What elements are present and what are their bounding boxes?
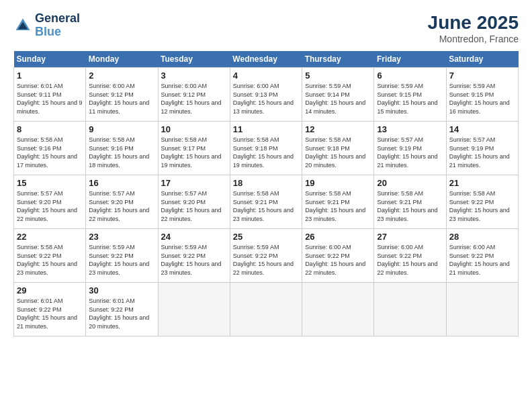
day-info: Sunrise: 5:59 AM Sunset: 9:14 PM Dayligh… (305, 82, 371, 116)
logo-line2: Blue (35, 26, 80, 39)
day-number: 25 (233, 232, 299, 242)
calendar-day: 2 Sunrise: 6:00 AM Sunset: 9:12 PM Dayli… (86, 68, 158, 122)
calendar-day: 12 Sunrise: 5:58 AM Sunset: 9:18 PM Dayl… (302, 122, 374, 175)
col-monday: Monday (86, 51, 158, 68)
day-number: 20 (377, 178, 443, 188)
day-info: Sunrise: 5:58 AM Sunset: 9:22 PM Dayligh… (17, 243, 83, 277)
calendar-week-2: 8 Sunrise: 5:58 AM Sunset: 9:16 PM Dayli… (14, 122, 519, 175)
calendar-day: 24 Sunrise: 5:59 AM Sunset: 9:22 PM Dayl… (158, 229, 230, 283)
calendar-day: 28 Sunrise: 6:00 AM Sunset: 9:22 PM Dayl… (446, 229, 518, 283)
day-number: 14 (449, 124, 515, 134)
col-friday: Friday (374, 51, 446, 68)
calendar-day: 15 Sunrise: 5:57 AM Sunset: 9:20 PM Dayl… (14, 175, 86, 229)
day-number: 6 (377, 71, 443, 81)
day-info: Sunrise: 6:00 AM Sunset: 9:22 PM Dayligh… (305, 243, 371, 277)
calendar-day: 18 Sunrise: 5:58 AM Sunset: 9:21 PM Dayl… (230, 175, 302, 229)
day-number: 9 (89, 124, 154, 134)
day-info: Sunrise: 5:59 AM Sunset: 9:15 PM Dayligh… (377, 82, 443, 116)
day-number: 5 (305, 71, 371, 81)
day-info: Sunrise: 5:58 AM Sunset: 9:18 PM Dayligh… (305, 136, 371, 169)
day-number: 8 (17, 124, 83, 134)
day-number: 18 (233, 178, 299, 188)
day-number: 13 (377, 124, 443, 134)
day-info: Sunrise: 5:57 AM Sunset: 9:20 PM Dayligh… (17, 189, 83, 223)
page: General Blue June 2025 Montredon, France… (0, 0, 532, 411)
calendar-day: 17 Sunrise: 5:57 AM Sunset: 9:20 PM Dayl… (158, 175, 230, 229)
day-info: Sunrise: 6:00 AM Sunset: 9:22 PM Dayligh… (449, 243, 515, 277)
day-number: 19 (305, 178, 371, 188)
calendar-day: 7 Sunrise: 5:59 AM Sunset: 9:15 PM Dayli… (446, 68, 518, 122)
day-info: Sunrise: 5:58 AM Sunset: 9:16 PM Dayligh… (17, 136, 83, 169)
day-info: Sunrise: 5:59 AM Sunset: 9:15 PM Dayligh… (449, 82, 515, 116)
day-info: Sunrise: 6:00 AM Sunset: 9:22 PM Dayligh… (377, 243, 443, 277)
day-info: Sunrise: 6:01 AM Sunset: 9:22 PM Dayligh… (89, 297, 154, 330)
day-info: Sunrise: 5:58 AM Sunset: 9:22 PM Dayligh… (449, 189, 515, 223)
calendar-table: Sunday Monday Tuesday Wednesday Thursday… (13, 51, 519, 336)
day-number: 7 (449, 71, 515, 81)
day-info: Sunrise: 5:59 AM Sunset: 9:22 PM Dayligh… (233, 243, 299, 277)
day-info: Sunrise: 6:01 AM Sunset: 9:11 PM Dayligh… (17, 82, 83, 116)
calendar-day: 21 Sunrise: 5:58 AM Sunset: 9:22 PM Dayl… (446, 175, 518, 229)
day-number: 21 (449, 178, 515, 188)
day-number: 29 (17, 285, 83, 295)
calendar-day: 1 Sunrise: 6:01 AM Sunset: 9:11 PM Dayli… (14, 68, 86, 122)
day-info: Sunrise: 5:57 AM Sunset: 9:19 PM Dayligh… (449, 136, 515, 169)
calendar-day (302, 283, 374, 336)
calendar-day: 27 Sunrise: 6:00 AM Sunset: 9:22 PM Dayl… (374, 229, 446, 283)
day-number: 26 (305, 232, 371, 242)
day-info: Sunrise: 5:58 AM Sunset: 9:16 PM Dayligh… (89, 136, 154, 169)
day-info: Sunrise: 5:58 AM Sunset: 9:21 PM Dayligh… (377, 189, 443, 223)
calendar-day: 23 Sunrise: 5:59 AM Sunset: 9:22 PM Dayl… (86, 229, 158, 283)
day-info: Sunrise: 5:59 AM Sunset: 9:22 PM Dayligh… (161, 243, 227, 277)
calendar-week-1: 1 Sunrise: 6:01 AM Sunset: 9:11 PM Dayli… (14, 68, 519, 122)
calendar-week-3: 15 Sunrise: 5:57 AM Sunset: 9:20 PM Dayl… (14, 175, 519, 229)
logo-line1: General (35, 12, 80, 26)
col-thursday: Thursday (302, 51, 374, 68)
calendar-day: 29 Sunrise: 6:01 AM Sunset: 9:22 PM Dayl… (14, 283, 86, 336)
calendar-day: 9 Sunrise: 5:58 AM Sunset: 9:16 PM Dayli… (86, 122, 158, 175)
calendar-day (446, 283, 518, 336)
day-info: Sunrise: 5:58 AM Sunset: 9:17 PM Dayligh… (161, 136, 227, 169)
calendar-header-row: Sunday Monday Tuesday Wednesday Thursday… (14, 51, 519, 68)
day-info: Sunrise: 5:58 AM Sunset: 9:18 PM Dayligh… (233, 136, 299, 169)
calendar-week-4: 22 Sunrise: 5:58 AM Sunset: 9:22 PM Dayl… (14, 229, 519, 283)
col-sunday: Sunday (14, 51, 86, 68)
day-info: Sunrise: 5:58 AM Sunset: 9:21 PM Dayligh… (233, 189, 299, 223)
calendar-day: 22 Sunrise: 5:58 AM Sunset: 9:22 PM Dayl… (14, 229, 86, 283)
calendar-day: 25 Sunrise: 5:59 AM Sunset: 9:22 PM Dayl… (230, 229, 302, 283)
calendar-day: 20 Sunrise: 5:58 AM Sunset: 9:21 PM Dayl… (374, 175, 446, 229)
day-info: Sunrise: 5:57 AM Sunset: 9:20 PM Dayligh… (89, 189, 154, 223)
day-number: 24 (161, 232, 227, 242)
calendar-day: 4 Sunrise: 6:00 AM Sunset: 9:13 PM Dayli… (230, 68, 302, 122)
calendar-day: 3 Sunrise: 6:00 AM Sunset: 9:12 PM Dayli… (158, 68, 230, 122)
col-saturday: Saturday (446, 51, 518, 68)
logo-icon (13, 16, 32, 35)
day-number: 22 (17, 232, 83, 242)
calendar-day: 13 Sunrise: 5:57 AM Sunset: 9:19 PM Dayl… (374, 122, 446, 175)
calendar-day: 14 Sunrise: 5:57 AM Sunset: 9:19 PM Dayl… (446, 122, 518, 175)
day-number: 15 (17, 178, 83, 188)
day-number: 28 (449, 232, 515, 242)
col-tuesday: Tuesday (158, 51, 230, 68)
day-number: 10 (161, 124, 227, 134)
day-info: Sunrise: 5:58 AM Sunset: 9:21 PM Dayligh… (305, 189, 371, 223)
title-area: June 2025 Montredon, France (428, 12, 519, 44)
calendar-day: 16 Sunrise: 5:57 AM Sunset: 9:20 PM Dayl… (86, 175, 158, 229)
calendar-day: 10 Sunrise: 5:58 AM Sunset: 9:17 PM Dayl… (158, 122, 230, 175)
calendar-day (230, 283, 302, 336)
day-info: Sunrise: 6:00 AM Sunset: 9:12 PM Dayligh… (89, 82, 154, 116)
day-info: Sunrise: 5:57 AM Sunset: 9:19 PM Dayligh… (377, 136, 443, 169)
logo-text: General Blue (35, 12, 80, 39)
calendar-day (158, 283, 230, 336)
header: General Blue June 2025 Montredon, France (13, 12, 519, 44)
day-number: 3 (161, 71, 227, 81)
calendar-day: 19 Sunrise: 5:58 AM Sunset: 9:21 PM Dayl… (302, 175, 374, 229)
calendar-day: 26 Sunrise: 6:00 AM Sunset: 9:22 PM Dayl… (302, 229, 374, 283)
day-number: 23 (89, 232, 154, 242)
calendar-day: 5 Sunrise: 5:59 AM Sunset: 9:14 PM Dayli… (302, 68, 374, 122)
day-info: Sunrise: 6:01 AM Sunset: 9:22 PM Dayligh… (17, 297, 83, 330)
calendar-week-5: 29 Sunrise: 6:01 AM Sunset: 9:22 PM Dayl… (14, 283, 519, 336)
month-title: June 2025 (428, 12, 519, 34)
col-wednesday: Wednesday (230, 51, 302, 68)
day-number: 2 (89, 71, 154, 81)
